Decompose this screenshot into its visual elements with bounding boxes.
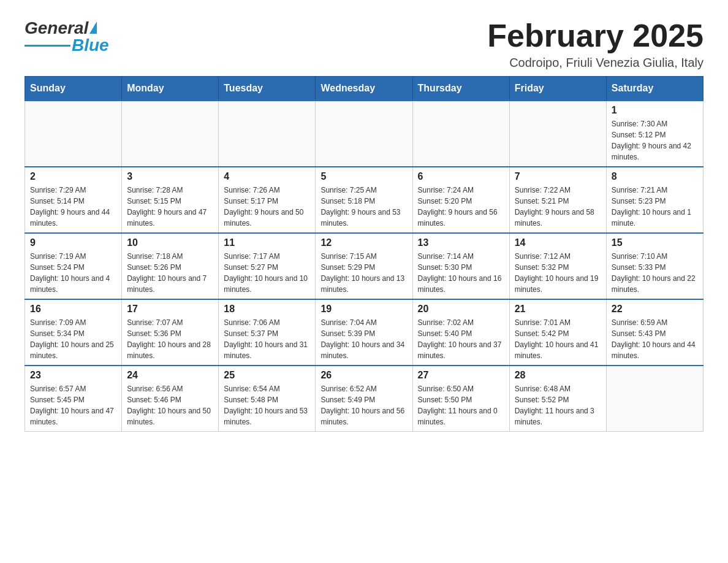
calendar-cell: 3Sunrise: 7:28 AMSunset: 5:15 PMDaylight… bbox=[122, 167, 219, 233]
day-info: Sunrise: 7:29 AMSunset: 5:14 PMDaylight:… bbox=[30, 185, 116, 229]
day-number: 7 bbox=[515, 171, 601, 182]
page-header: General Blue February 2025 Codroipo, Fri… bbox=[25, 18, 703, 70]
day-number: 5 bbox=[320, 171, 407, 182]
day-info: Sunrise: 7:19 AMSunset: 5:24 PMDaylight:… bbox=[30, 251, 116, 295]
day-info: Sunrise: 7:24 AMSunset: 5:20 PMDaylight:… bbox=[418, 185, 504, 229]
day-of-week-header: Sunday bbox=[25, 77, 122, 101]
calendar-cell bbox=[25, 101, 122, 167]
day-info: Sunrise: 6:57 AMSunset: 5:45 PMDaylight:… bbox=[30, 383, 116, 427]
day-info: Sunrise: 6:52 AMSunset: 5:49 PMDaylight:… bbox=[320, 383, 407, 427]
day-number: 15 bbox=[612, 237, 698, 248]
calendar-cell bbox=[219, 101, 316, 167]
day-info: Sunrise: 7:22 AMSunset: 5:21 PMDaylight:… bbox=[515, 185, 601, 229]
day-number: 21 bbox=[515, 304, 601, 315]
calendar-cell: 5Sunrise: 7:25 AMSunset: 5:18 PMDaylight… bbox=[316, 167, 412, 233]
day-number: 2 bbox=[30, 171, 116, 182]
calendar-table: SundayMondayTuesdayWednesdayThursdayFrid… bbox=[25, 76, 703, 432]
day-of-week-header: Friday bbox=[509, 77, 606, 101]
calendar-cell: 16Sunrise: 7:09 AMSunset: 5:34 PMDayligh… bbox=[25, 299, 122, 366]
day-info: Sunrise: 7:07 AMSunset: 5:36 PMDaylight:… bbox=[127, 317, 213, 361]
day-info: Sunrise: 7:21 AMSunset: 5:23 PMDaylight:… bbox=[612, 185, 698, 229]
day-number: 6 bbox=[418, 171, 504, 182]
day-number: 12 bbox=[320, 237, 407, 248]
calendar-cell: 23Sunrise: 6:57 AMSunset: 5:45 PMDayligh… bbox=[25, 366, 122, 432]
calendar-cell: 17Sunrise: 7:07 AMSunset: 5:36 PMDayligh… bbox=[122, 299, 219, 366]
calendar-cell: 12Sunrise: 7:15 AMSunset: 5:29 PMDayligh… bbox=[316, 233, 412, 299]
day-info: Sunrise: 6:56 AMSunset: 5:46 PMDaylight:… bbox=[127, 383, 213, 427]
calendar-cell bbox=[606, 366, 703, 432]
calendar-cell: 13Sunrise: 7:14 AMSunset: 5:30 PMDayligh… bbox=[412, 233, 509, 299]
calendar-cell: 14Sunrise: 7:12 AMSunset: 5:32 PMDayligh… bbox=[509, 233, 606, 299]
calendar-cell: 27Sunrise: 6:50 AMSunset: 5:50 PMDayligh… bbox=[412, 366, 509, 432]
calendar-cell: 15Sunrise: 7:10 AMSunset: 5:33 PMDayligh… bbox=[606, 233, 703, 299]
calendar-cell: 26Sunrise: 6:52 AMSunset: 5:49 PMDayligh… bbox=[316, 366, 412, 432]
day-number: 13 bbox=[418, 237, 504, 248]
calendar-cell: 10Sunrise: 7:18 AMSunset: 5:26 PMDayligh… bbox=[122, 233, 219, 299]
calendar-cell: 28Sunrise: 6:48 AMSunset: 5:52 PMDayligh… bbox=[509, 366, 606, 432]
calendar-cell: 21Sunrise: 7:01 AMSunset: 5:42 PMDayligh… bbox=[509, 299, 606, 366]
calendar-cell: 9Sunrise: 7:19 AMSunset: 5:24 PMDaylight… bbox=[25, 233, 122, 299]
day-info: Sunrise: 7:14 AMSunset: 5:30 PMDaylight:… bbox=[418, 251, 504, 295]
calendar-cell: 20Sunrise: 7:02 AMSunset: 5:40 PMDayligh… bbox=[412, 299, 509, 366]
day-of-week-header: Wednesday bbox=[316, 77, 412, 101]
day-number: 17 bbox=[127, 304, 213, 315]
day-number: 27 bbox=[418, 370, 504, 381]
day-info: Sunrise: 7:01 AMSunset: 5:42 PMDaylight:… bbox=[515, 317, 601, 361]
calendar-cell: 1Sunrise: 7:30 AMSunset: 5:12 PMDaylight… bbox=[606, 101, 703, 167]
calendar-header-row: SundayMondayTuesdayWednesdayThursdayFrid… bbox=[25, 77, 703, 101]
day-info: Sunrise: 7:30 AMSunset: 5:12 PMDaylight:… bbox=[612, 118, 698, 163]
calendar-cell bbox=[316, 101, 412, 167]
day-number: 20 bbox=[418, 304, 504, 315]
day-number: 25 bbox=[224, 370, 310, 381]
day-info: Sunrise: 6:48 AMSunset: 5:52 PMDaylight:… bbox=[515, 383, 601, 427]
calendar-cell: 25Sunrise: 6:54 AMSunset: 5:48 PMDayligh… bbox=[219, 366, 316, 432]
day-info: Sunrise: 7:18 AMSunset: 5:26 PMDaylight:… bbox=[127, 251, 213, 295]
calendar-week-row: 16Sunrise: 7:09 AMSunset: 5:34 PMDayligh… bbox=[25, 299, 703, 366]
calendar-week-row: 2Sunrise: 7:29 AMSunset: 5:14 PMDaylight… bbox=[25, 167, 703, 233]
calendar-cell: 19Sunrise: 7:04 AMSunset: 5:39 PMDayligh… bbox=[316, 299, 412, 366]
calendar-cell: 2Sunrise: 7:29 AMSunset: 5:14 PMDaylight… bbox=[25, 167, 122, 233]
logo-area: General Blue bbox=[25, 18, 109, 55]
day-info: Sunrise: 7:10 AMSunset: 5:33 PMDaylight:… bbox=[612, 251, 698, 295]
day-info: Sunrise: 7:04 AMSunset: 5:39 PMDaylight:… bbox=[320, 317, 407, 361]
day-of-week-header: Thursday bbox=[412, 77, 509, 101]
logo-blue-text: Blue bbox=[72, 36, 109, 55]
day-number: 16 bbox=[30, 304, 116, 315]
calendar-cell: 4Sunrise: 7:26 AMSunset: 5:17 PMDaylight… bbox=[219, 167, 316, 233]
day-number: 11 bbox=[224, 237, 310, 248]
calendar-cell bbox=[412, 101, 509, 167]
logo-bottom: Blue bbox=[25, 36, 109, 55]
day-number: 9 bbox=[30, 237, 116, 248]
calendar-week-row: 23Sunrise: 6:57 AMSunset: 5:45 PMDayligh… bbox=[25, 366, 703, 432]
day-info: Sunrise: 7:25 AMSunset: 5:18 PMDaylight:… bbox=[320, 185, 407, 229]
calendar-cell: 11Sunrise: 7:17 AMSunset: 5:27 PMDayligh… bbox=[219, 233, 316, 299]
logo-underline bbox=[25, 45, 70, 47]
title-area: February 2025 Codroipo, Friuli Venezia G… bbox=[487, 18, 703, 70]
day-info: Sunrise: 7:12 AMSunset: 5:32 PMDaylight:… bbox=[515, 251, 601, 295]
day-info: Sunrise: 7:15 AMSunset: 5:29 PMDaylight:… bbox=[320, 251, 407, 295]
day-number: 28 bbox=[515, 370, 601, 381]
day-info: Sunrise: 6:59 AMSunset: 5:43 PMDaylight:… bbox=[612, 317, 698, 361]
day-number: 19 bbox=[320, 304, 407, 315]
calendar-cell: 7Sunrise: 7:22 AMSunset: 5:21 PMDaylight… bbox=[509, 167, 606, 233]
calendar-cell: 24Sunrise: 6:56 AMSunset: 5:46 PMDayligh… bbox=[122, 366, 219, 432]
day-number: 10 bbox=[127, 237, 213, 248]
day-of-week-header: Saturday bbox=[606, 77, 703, 101]
day-of-week-header: Tuesday bbox=[219, 77, 316, 101]
day-number: 3 bbox=[127, 171, 213, 182]
calendar-cell: 6Sunrise: 7:24 AMSunset: 5:20 PMDaylight… bbox=[412, 167, 509, 233]
day-info: Sunrise: 7:02 AMSunset: 5:40 PMDaylight:… bbox=[418, 317, 504, 361]
day-info: Sunrise: 6:50 AMSunset: 5:50 PMDaylight:… bbox=[418, 383, 504, 427]
calendar-cell bbox=[509, 101, 606, 167]
calendar-title: February 2025 bbox=[487, 18, 703, 53]
calendar-cell: 8Sunrise: 7:21 AMSunset: 5:23 PMDaylight… bbox=[606, 167, 703, 233]
day-info: Sunrise: 7:26 AMSunset: 5:17 PMDaylight:… bbox=[224, 185, 310, 229]
calendar-week-row: 1Sunrise: 7:30 AMSunset: 5:12 PMDaylight… bbox=[25, 101, 703, 167]
calendar-cell bbox=[122, 101, 219, 167]
day-info: Sunrise: 7:17 AMSunset: 5:27 PMDaylight:… bbox=[224, 251, 310, 295]
day-number: 24 bbox=[127, 370, 213, 381]
day-info: Sunrise: 7:06 AMSunset: 5:37 PMDaylight:… bbox=[224, 317, 310, 361]
logo-triangle-icon bbox=[89, 21, 97, 34]
day-number: 18 bbox=[224, 304, 310, 315]
location-subtitle: Codroipo, Friuli Venezia Giulia, Italy bbox=[487, 56, 703, 70]
